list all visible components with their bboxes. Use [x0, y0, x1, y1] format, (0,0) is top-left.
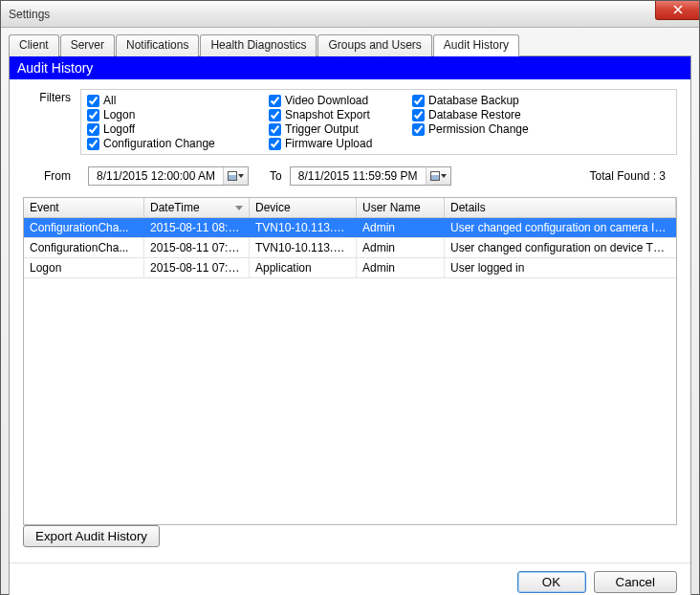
- from-datetime-picker[interactable]: 8/11/2015 12:00:00 AM: [88, 166, 249, 186]
- cancel-button[interactable]: Cancel: [594, 571, 678, 593]
- to-label: To: [270, 169, 282, 183]
- to-datetime-picker[interactable]: 8/11/2015 11:59:59 PM: [290, 166, 451, 186]
- filters-label: Filters: [23, 89, 80, 104]
- filter-all[interactable]: All: [87, 94, 269, 107]
- calendar-icon: [228, 171, 237, 181]
- filter-logon-checkbox[interactable]: [87, 109, 99, 121]
- filter-snapshot-export[interactable]: Snapshot Export: [269, 108, 412, 121]
- chevron-down-icon: [238, 174, 244, 178]
- table-row[interactable]: Logon 2015-08-11 07:36:27 Application Ad…: [24, 258, 676, 278]
- tab-notifications[interactable]: Notifications: [116, 34, 199, 56]
- to-datetime-value: 8/11/2015 11:59:59 PM: [291, 169, 426, 183]
- grid-body: ConfigurationCha... 2015-08-11 08:57:13 …: [24, 218, 676, 524]
- content-area: Client Server Notifications Health Diagn…: [1, 28, 699, 594]
- sort-desc-icon: [235, 206, 243, 210]
- col-event[interactable]: Event: [24, 198, 144, 217]
- filter-firmware-upload[interactable]: Firmware Upload: [269, 137, 412, 150]
- date-range-row: From 8/11/2015 12:00:00 AM To 8/11/2015 …: [23, 166, 677, 186]
- audit-grid: Event DateTime Device User Name Details …: [23, 197, 677, 525]
- audit-history-panel: Audit History Filters All Logon Logoff C…: [9, 55, 691, 595]
- from-label: From: [23, 169, 80, 183]
- filter-permission-change[interactable]: Permission Change: [412, 122, 575, 136]
- panel-body: Filters All Logon Logoff Configuration C…: [10, 79, 690, 555]
- ok-button[interactable]: OK: [517, 571, 586, 593]
- filter-logon[interactable]: Logon: [87, 108, 269, 121]
- table-row[interactable]: ConfigurationCha... 2015-08-11 07:59:47 …: [24, 238, 676, 258]
- filter-trigger-output[interactable]: Trigger Output: [269, 122, 412, 136]
- to-calendar-button[interactable]: [426, 167, 450, 185]
- filters-col-3: Database Backup Database Restore Permiss…: [412, 94, 575, 150]
- tab-health-diagnostics[interactable]: Health Diagnostics: [200, 34, 317, 56]
- settings-window: Settings Client Server Notifications Hea…: [0, 0, 700, 595]
- filters-section: Filters All Logon Logoff Configuration C…: [23, 89, 677, 155]
- tab-client[interactable]: Client: [9, 34, 59, 56]
- close-button[interactable]: [655, 1, 699, 20]
- titlebar[interactable]: Settings: [1, 1, 699, 28]
- tab-strip: Client Server Notifications Health Diagn…: [9, 33, 691, 55]
- col-datetime[interactable]: DateTime: [144, 198, 250, 217]
- filter-db-backup[interactable]: Database Backup: [412, 94, 575, 107]
- col-details[interactable]: Details: [445, 198, 676, 217]
- filters-col-1: All Logon Logoff Configuration Change: [87, 94, 269, 150]
- grid-header: Event DateTime Device User Name Details: [24, 198, 676, 218]
- from-datetime-value: 8/11/2015 12:00:00 AM: [89, 169, 223, 183]
- total-found-label: Total Found : 3: [590, 169, 666, 183]
- calendar-icon: [430, 171, 440, 181]
- filters-col-2: Video Download Snapshot Export Trigger O…: [269, 94, 412, 150]
- filter-logoff-checkbox[interactable]: [87, 123, 99, 136]
- tab-groups-users[interactable]: Groups and Users: [317, 34, 431, 56]
- window-title: Settings: [9, 8, 50, 21]
- col-device[interactable]: Device: [250, 198, 357, 217]
- panel-subtitle: Audit History: [10, 56, 690, 79]
- dialog-footer: OK Cancel: [10, 562, 690, 595]
- export-audit-history-button[interactable]: Export Audit History: [23, 525, 160, 547]
- filter-db-restore[interactable]: Database Restore: [412, 108, 575, 121]
- filter-video-download[interactable]: Video Download: [269, 94, 412, 107]
- table-row[interactable]: ConfigurationCha... 2015-08-11 08:57:13 …: [24, 218, 676, 238]
- chevron-down-icon: [441, 174, 447, 178]
- filter-config-change-checkbox[interactable]: [87, 138, 99, 150]
- tab-audit-history[interactable]: Audit History: [433, 34, 519, 56]
- filter-logoff[interactable]: Logoff: [87, 122, 269, 136]
- filter-all-checkbox[interactable]: [87, 95, 99, 107]
- filter-config-change[interactable]: Configuration Change: [87, 137, 269, 150]
- tab-server[interactable]: Server: [60, 34, 115, 56]
- col-username[interactable]: User Name: [357, 198, 445, 217]
- export-bar: Export Audit History: [23, 525, 677, 547]
- filters-box: All Logon Logoff Configuration Change Vi…: [80, 89, 677, 155]
- from-calendar-button[interactable]: [223, 167, 248, 185]
